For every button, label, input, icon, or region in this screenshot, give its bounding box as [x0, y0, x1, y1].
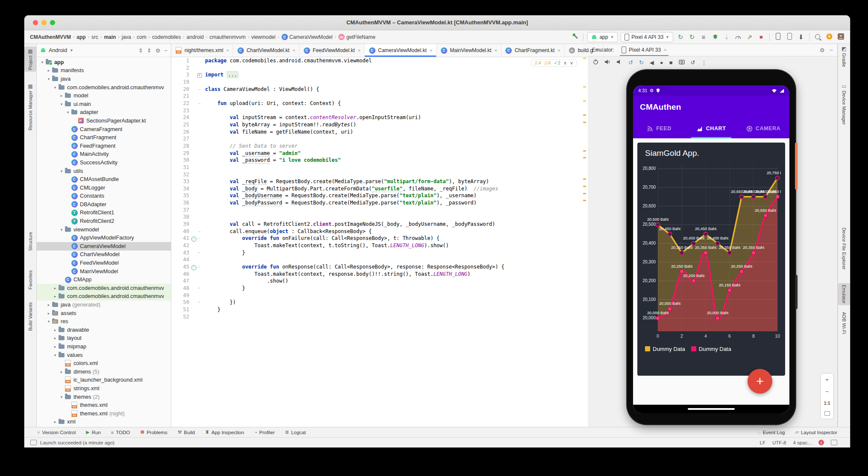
- tree-row[interactable]: ▾com.codemobiles.android.cmauthenmvv: [37, 83, 171, 92]
- tool-window-app-inspection[interactable]: ♜App Inspection: [205, 429, 244, 435]
- chevron-right-icon[interactable]: ▸: [46, 311, 52, 315]
- tree-row[interactable]: themes.xml: [37, 401, 171, 409]
- zoom-in-button[interactable]: +: [825, 377, 829, 383]
- code-area[interactable]: 1package com.codemobiles.android.cmauthe…: [171, 57, 588, 427]
- chevron-down-icon[interactable]: ▾: [52, 353, 58, 357]
- vol-up-icon[interactable]: [604, 59, 610, 66]
- run-config-dropdown[interactable]: app▼: [587, 32, 618, 42]
- tree-row[interactable]: ▾utils: [37, 167, 171, 175]
- override-icon[interactable]: ↑: [191, 235, 196, 242]
- search-everywhere-icon[interactable]: [813, 33, 822, 41]
- tool-strip-structure[interactable]: Structure: [24, 232, 36, 251]
- notifications-icon[interactable]: [831, 440, 837, 445]
- run-icon[interactable]: ↻: [676, 33, 685, 41]
- chevron-down-icon[interactable]: ▾: [46, 319, 52, 324]
- tree-row[interactable]: ▾values: [37, 351, 171, 359]
- phone-tab-feed[interactable]: FEED: [633, 119, 685, 138]
- close-icon[interactable]: ×: [664, 47, 666, 53]
- tree-row[interactable]: CCMAssetBundle: [37, 175, 171, 184]
- tree-row[interactable]: ▸com.codemobiles.android.cmauthenmvv: [37, 284, 171, 292]
- breadcrumb-item[interactable]: cmauthenmvvm: [209, 34, 246, 40]
- fold-icon[interactable]: ⌐: [196, 285, 202, 292]
- tree-row[interactable]: CChartViewModel: [37, 251, 171, 259]
- tool-window-todo[interactable]: ≡TODO: [111, 430, 130, 435]
- tree-row[interactable]: ▸drawable: [37, 326, 171, 334]
- apply-changes-icon[interactable]: ↻: [688, 33, 696, 41]
- breadcrumb-item[interactable]: codemobiles: [152, 34, 181, 40]
- device-dropdown[interactable]: Pixel 4 API 33▼: [621, 32, 673, 42]
- tree-row[interactable]: ▾res: [37, 317, 171, 326]
- zoom-out-button[interactable]: −: [825, 388, 829, 395]
- tree-row[interactable]: CCMApp: [37, 275, 171, 284]
- error-badge[interactable]: !: [818, 440, 824, 445]
- override-icon[interactable]: ↑: [191, 263, 196, 271]
- chevron-down-icon[interactable]: ▾: [59, 102, 65, 106]
- chevron-right-icon[interactable]: ▸: [46, 68, 52, 73]
- tool-window-build[interactable]: ⚒Build: [178, 429, 195, 435]
- update-icon[interactable]: [825, 33, 833, 41]
- tree-row[interactable]: ▾java: [37, 75, 171, 83]
- chevron-down-icon[interactable]: ▼: [595, 48, 599, 53]
- emulator-device-tab[interactable]: Pixel 4 API 33 ×: [620, 44, 668, 56]
- breadcrumb-item[interactable]: CMAuthenMVVM: [30, 34, 71, 40]
- tree-row[interactable]: CCameraViewModel: [37, 242, 171, 251]
- settings-gear-icon[interactable]: ⚙: [155, 47, 161, 54]
- fold-icon[interactable]: −: [196, 228, 202, 235]
- tree-row[interactable]: ▾themes (2): [37, 393, 171, 401]
- breadcrumb-item[interactable]: CCameraViewModel: [281, 34, 332, 41]
- tree-row[interactable]: ▸manifests: [37, 67, 171, 75]
- tool-window-logcat[interactable]: ≣Logcat: [285, 429, 306, 435]
- tree-row[interactable]: CFeedFragment: [37, 142, 171, 150]
- status-item[interactable]: LF: [760, 440, 765, 445]
- editor-tab-chartfragment-kt[interactable]: CChartFragment.kt×: [501, 44, 565, 57]
- status-item[interactable]: UTF-8: [772, 440, 786, 445]
- snapshot-icon[interactable]: ↺: [691, 59, 695, 66]
- layout-inspector-icon[interactable]: [785, 33, 794, 41]
- tool-strip-device-file-explorer[interactable]: Device File Explorer: [838, 228, 850, 269]
- chevron-down-icon[interactable]: ▾: [52, 85, 58, 90]
- tree-row[interactable]: ▾adapter: [37, 108, 171, 117]
- editor-tab-feedviewmodel-kt[interactable]: CFeedViewModel.kt×: [299, 44, 365, 57]
- tree-row[interactable]: ▾ui.main: [37, 100, 171, 108]
- power-icon[interactable]: [593, 59, 598, 66]
- toolwindow-icon[interactable]: [30, 440, 37, 445]
- editor-tab-chartviewmodel-kt[interactable]: CChartViewModel.kt×: [233, 44, 299, 57]
- tool-window-event-log[interactable]: ◌Event Log: [758, 429, 785, 435]
- tree-row[interactable]: CCameraFragment: [37, 125, 171, 134]
- fold-icon[interactable]: +: [196, 71, 202, 79]
- tree-row[interactable]: CCMLogger: [37, 184, 171, 192]
- tool-strip-adb-wi-fi[interactable]: ADB Wi-Fi: [838, 312, 850, 334]
- chevron-down-icon[interactable]: ▾: [59, 228, 65, 232]
- tree-row[interactable]: CFeedViewModel: [37, 259, 171, 267]
- editor-tab-night-themes-xml[interactable]: night/themes.xml×: [171, 44, 233, 57]
- hide-panel-icon[interactable]: −: [164, 47, 167, 54]
- tree-row[interactable]: ▸model: [37, 91, 171, 100]
- fold-icon[interactable]: −: [196, 86, 202, 93]
- chevron-down-icon[interactable]: ▾: [65, 110, 71, 114]
- stop-icon[interactable]: ■: [757, 34, 765, 40]
- fold-icon[interactable]: ⌐: [196, 299, 202, 306]
- volume-button[interactable]: [795, 275, 798, 309]
- close-window-button[interactable]: [33, 20, 38, 25]
- tree-row[interactable]: ▾app: [37, 58, 171, 67]
- add-fab-button[interactable]: +: [748, 369, 772, 394]
- chevron-down-icon[interactable]: ▾: [59, 395, 65, 399]
- tree-row[interactable]: ▸com.codemobiles.android.cmauthenmvv: [37, 292, 171, 301]
- expand-all-icon[interactable]: ⇕: [138, 47, 143, 54]
- tree-row[interactable]: ▸java (generated): [37, 301, 171, 309]
- tree-row[interactable]: ▸assets: [37, 309, 171, 318]
- chevron-right-icon[interactable]: ▸: [52, 294, 58, 298]
- chevron-down-icon[interactable]: ▾: [59, 169, 65, 173]
- tool-window-version-control[interactable]: ⑂Version Control: [37, 430, 76, 435]
- tree-row[interactable]: ▸layout: [37, 334, 171, 343]
- fold-icon[interactable]: ⌐: [196, 249, 202, 257]
- collapse-all-icon[interactable]: ⇕: [147, 47, 152, 54]
- tool-strip-resource-manager[interactable]: ▦Resource Manager: [24, 83, 36, 131]
- tool-window-run[interactable]: ▶Run: [86, 429, 101, 435]
- profiler-icon[interactable]: [734, 33, 742, 41]
- next-issue-icon[interactable]: ∨: [570, 60, 573, 66]
- tree-row[interactable]: ic_launcher_background.xml: [37, 376, 171, 385]
- tree-row[interactable]: CDBAdapter: [37, 200, 171, 209]
- close-icon[interactable]: ×: [430, 48, 432, 53]
- tree-row[interactable]: TRetrofitClient1: [37, 209, 171, 217]
